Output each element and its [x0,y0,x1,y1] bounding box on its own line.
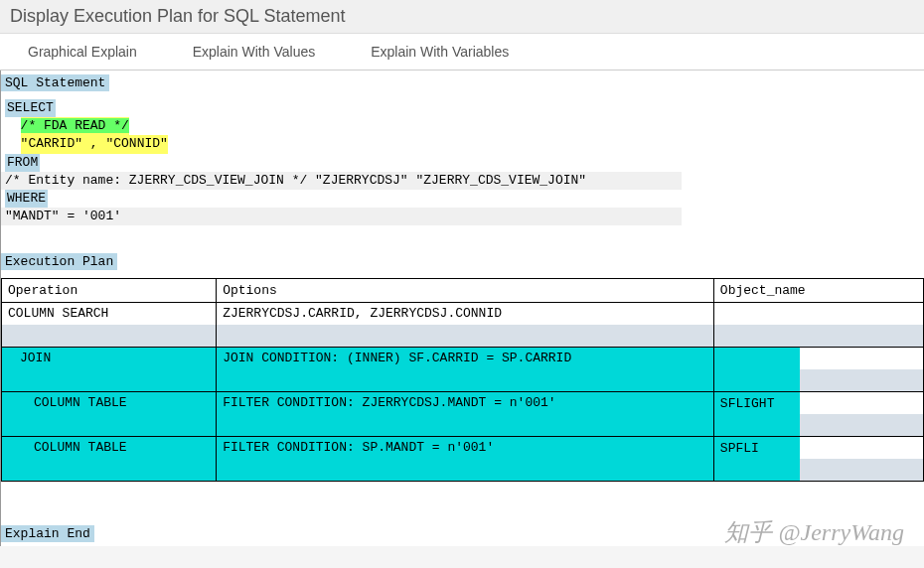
sql-block: SELECT /* FDA READ */ "CARRID" , "CONNID… [1,95,924,229]
table-row: COLUMN TABLE FILTER CONDITION: ZJERRYCDS… [2,392,924,437]
tab-explain-values[interactable]: Explain With Values [185,34,323,70]
sql-statement-label: SQL Statement [1,74,109,91]
op-cell: COLUMN TABLE [2,437,216,459]
opt-cell: ZJERRYCDSJ.CARRID, ZJERRYCDSJ.CONNID [217,303,713,325]
col-options: Options [217,279,714,303]
table-header-row: Operation Options Object_name [2,279,924,303]
obj-cell [714,348,800,369]
op-cell: COLUMN TABLE [2,392,216,414]
opt-cell: FILTER CONDITION: SP.MANDT = n'001' [217,437,713,459]
sql-fda-comment: /* FDA READ */ [21,118,129,133]
page-title: Display Execution Plan for SQL Statement [0,0,924,34]
obj-cell: SFLIGHT [714,392,800,414]
table-row: COLUMN TABLE FILTER CONDITION: SP.MANDT … [2,437,924,482]
op-cell: COLUMN SEARCH [2,303,216,325]
opt-cell: FILTER CONDITION: ZJERRYCDSJ.MANDT = n'0… [217,392,713,414]
sql-select-kw: SELECT [5,99,56,117]
table-row: COLUMN SEARCH ZJERRYCDSJ.CARRID, ZJERRYC… [2,303,924,348]
opt-cell: JOIN CONDITION: (INNER) SF.CARRID = SP.C… [217,348,713,369]
execution-plan-table: Operation Options Object_name COLUMN SEA… [1,278,924,482]
sql-entity-line: /* Entity name: ZJERRY_CDS_VIEW_JOIN */ … [1,172,682,190]
op-cell: JOIN [2,348,216,369]
execution-plan-label: Execution Plan [1,253,117,270]
sql-where-cond: "MANDT" = '001' [1,208,682,225]
tab-explain-variables[interactable]: Explain With Variables [363,34,517,70]
tab-graphical-explain[interactable]: Graphical Explain [20,34,145,70]
tab-bar: Graphical Explain Explain With Values Ex… [0,34,924,71]
table-row: JOIN JOIN CONDITION: (INNER) SF.CARRID =… [2,348,924,392]
sql-columns: "CARRID" , "CONNID" [21,135,168,153]
obj-cell: SPFLI [714,437,800,459]
explain-end-label: Explain End [1,525,94,542]
sql-from-kw: FROM [5,154,40,172]
sql-where-kw: WHERE [5,190,48,208]
content-area: SQL Statement SELECT /* FDA READ */ "CAR… [0,71,924,546]
col-operation: Operation [2,279,217,303]
obj-cell [714,303,923,325]
col-object-name: Object_name [713,279,923,303]
